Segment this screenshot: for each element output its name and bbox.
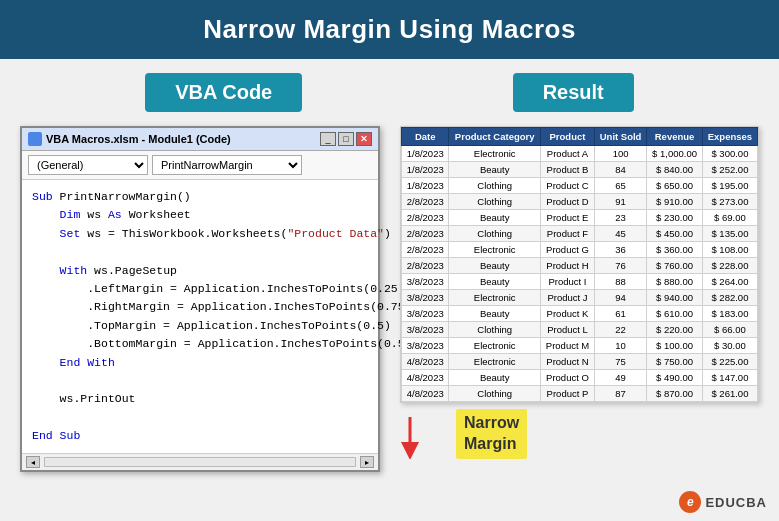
scroll-left-button[interactable]: ◂ xyxy=(26,456,40,468)
vba-scrollbar[interactable]: ◂ ▸ xyxy=(22,453,378,470)
table-cell: 75 xyxy=(594,354,646,370)
table-cell: 2/8/2023 xyxy=(402,194,449,210)
table-cell: 76 xyxy=(594,258,646,274)
table-cell: Electronic xyxy=(449,290,541,306)
table-cell: $ 750.00 xyxy=(647,354,703,370)
table-cell: Product J xyxy=(540,290,594,306)
table-cell: 94 xyxy=(594,290,646,306)
table-cell: $ 360.00 xyxy=(647,242,703,258)
vba-toolbar: (General) PrintNarrowMargin xyxy=(22,151,378,180)
table-cell: 3/8/2023 xyxy=(402,338,449,354)
table-cell: 45 xyxy=(594,226,646,242)
arrow-icon xyxy=(400,409,450,459)
table-cell: $ 135.00 xyxy=(702,226,757,242)
result-label: Result xyxy=(513,73,634,112)
table-cell: $ 264.00 xyxy=(702,274,757,290)
table-row: 3/8/2023ElectronicProduct J94$ 940.00$ 2… xyxy=(402,290,758,306)
table-cell: Product K xyxy=(540,306,594,322)
table-cell: Product E xyxy=(540,210,594,226)
table-row: 1/8/2023ElectronicProduct A100$ 1,000.00… xyxy=(402,146,758,162)
table-cell: $ 760.00 xyxy=(647,258,703,274)
table-cell: 3/8/2023 xyxy=(402,274,449,290)
table-cell: $ 910.00 xyxy=(647,194,703,210)
scroll-track[interactable] xyxy=(44,457,356,467)
col-header-category: Product Category xyxy=(449,128,541,146)
table-cell: 100 xyxy=(594,146,646,162)
vba-code-label: VBA Code xyxy=(145,73,302,112)
table-cell: 4/8/2023 xyxy=(402,354,449,370)
table-cell: 2/8/2023 xyxy=(402,242,449,258)
table-cell: 10 xyxy=(594,338,646,354)
table-cell: $ 220.00 xyxy=(647,322,703,338)
table-row: 1/8/2023BeautyProduct B84$ 840.00$ 252.0… xyxy=(402,162,758,178)
narrow-margin-annotation: Narrow Margin xyxy=(400,409,759,459)
table-cell: Electronic xyxy=(449,242,541,258)
narrow-margin-text2: Margin xyxy=(464,434,519,455)
table-cell: $ 610.00 xyxy=(647,306,703,322)
table-cell: Product D xyxy=(540,194,594,210)
table-cell: 87 xyxy=(594,386,646,402)
table-cell: 49 xyxy=(594,370,646,386)
minimize-button[interactable]: _ xyxy=(320,132,336,146)
col-header-expenses: Expenses xyxy=(702,128,757,146)
table-cell: Beauty xyxy=(449,210,541,226)
table-row: 3/8/2023ElectronicProduct M10$ 100.00$ 3… xyxy=(402,338,758,354)
vba-titlebar-text: VBA Macros.xlsm - Module1 (Code) xyxy=(46,133,231,145)
table-cell: Product A xyxy=(540,146,594,162)
col-header-product: Product xyxy=(540,128,594,146)
table-cell: 2/8/2023 xyxy=(402,258,449,274)
result-table: Date Product Category Product Unit Sold … xyxy=(401,127,758,402)
table-cell: 1/8/2023 xyxy=(402,162,449,178)
table-cell: $ 225.00 xyxy=(702,354,757,370)
table-cell: 3/8/2023 xyxy=(402,306,449,322)
table-cell: $ 69.00 xyxy=(702,210,757,226)
table-cell: Beauty xyxy=(449,162,541,178)
sub-labels-row: VBA Code Result xyxy=(0,59,779,126)
header-title: Narrow Margin Using Macros xyxy=(203,14,576,44)
table-cell: Product M xyxy=(540,338,594,354)
general-dropdown[interactable]: (General) xyxy=(28,155,148,175)
table-cell: 91 xyxy=(594,194,646,210)
table-row: 4/8/2023ClothingProduct P87$ 870.00$ 261… xyxy=(402,386,758,402)
table-cell: 1/8/2023 xyxy=(402,178,449,194)
table-cell: Clothing xyxy=(449,226,541,242)
vba-icon xyxy=(28,132,42,146)
close-button[interactable]: ✕ xyxy=(356,132,372,146)
vba-titlebar-left: VBA Macros.xlsm - Module1 (Code) xyxy=(28,132,231,146)
vba-titlebar: VBA Macros.xlsm - Module1 (Code) _ □ ✕ xyxy=(22,128,378,151)
table-cell: 1/8/2023 xyxy=(402,146,449,162)
scroll-right-button[interactable]: ▸ xyxy=(360,456,374,468)
table-cell: Product L xyxy=(540,322,594,338)
table-cell: Clothing xyxy=(449,194,541,210)
table-cell: 22 xyxy=(594,322,646,338)
table-cell: Electronic xyxy=(449,146,541,162)
table-cell: $ 147.00 xyxy=(702,370,757,386)
result-panel: Date Product Category Product Unit Sold … xyxy=(400,126,759,459)
table-row: 2/8/2023ClothingProduct D91$ 910.00$ 273… xyxy=(402,194,758,210)
table-cell: Electronic xyxy=(449,338,541,354)
table-row: 2/8/2023ElectronicProduct G36$ 360.00$ 1… xyxy=(402,242,758,258)
table-row: 2/8/2023ClothingProduct F45$ 450.00$ 135… xyxy=(402,226,758,242)
table-cell: Clothing xyxy=(449,322,541,338)
table-row: 2/8/2023BeautyProduct H76$ 760.00$ 228.0… xyxy=(402,258,758,274)
table-cell: Product I xyxy=(540,274,594,290)
table-cell: $ 870.00 xyxy=(647,386,703,402)
table-cell: Product H xyxy=(540,258,594,274)
table-cell: $ 30.00 xyxy=(702,338,757,354)
table-cell: $ 252.00 xyxy=(702,162,757,178)
table-cell: $ 282.00 xyxy=(702,290,757,306)
excel-table-wrapper: Date Product Category Product Unit Sold … xyxy=(400,126,759,403)
table-cell: $ 230.00 xyxy=(647,210,703,226)
vba-titlebar-buttons: _ □ ✕ xyxy=(320,132,372,146)
col-header-date: Date xyxy=(402,128,449,146)
table-cell: Beauty xyxy=(449,370,541,386)
table-cell: Electronic xyxy=(449,354,541,370)
table-header-row: Date Product Category Product Unit Sold … xyxy=(402,128,758,146)
procedure-dropdown[interactable]: PrintNarrowMargin xyxy=(152,155,302,175)
maximize-button[interactable]: □ xyxy=(338,132,354,146)
table-cell: $ 840.00 xyxy=(647,162,703,178)
table-cell: Product F xyxy=(540,226,594,242)
table-cell: Product N xyxy=(540,354,594,370)
table-cell: Beauty xyxy=(449,258,541,274)
table-cell: 65 xyxy=(594,178,646,194)
